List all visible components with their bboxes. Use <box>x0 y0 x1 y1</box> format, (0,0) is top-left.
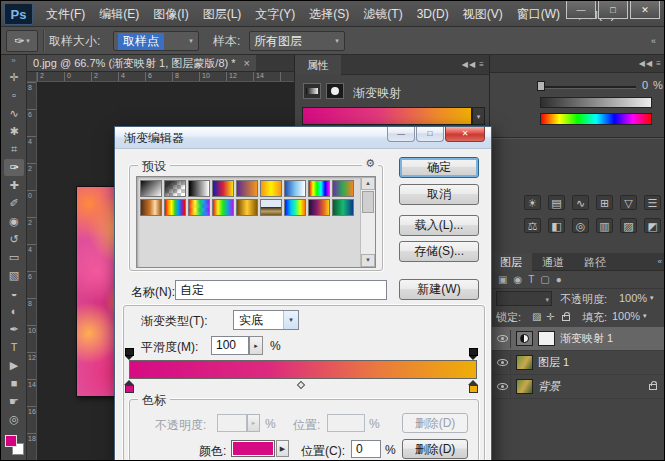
gradient-preset-black-white[interactable] <box>188 180 210 197</box>
layer-filter-icon-4[interactable]: ● <box>556 272 562 288</box>
shape-tool[interactable]: ■ <box>4 375 24 392</box>
scroll-up-icon[interactable]: ▲ <box>361 177 375 190</box>
maximize-button[interactable]: □ <box>598 1 628 19</box>
gradient-preset-foreground-to-background[interactable] <box>140 180 162 197</box>
active-tool-chip[interactable]: ✑ ▾ <box>6 30 38 52</box>
eraser-tool[interactable]: ▭ <box>4 249 24 266</box>
menu-item-5[interactable]: 选择(S) <box>302 1 356 27</box>
adjustment-icon-0-5[interactable]: ☰ <box>644 195 661 210</box>
type-tool[interactable]: T <box>4 339 24 356</box>
foreground-color-swatch[interactable] <box>5 435 17 447</box>
gradient-preset-chrome[interactable] <box>260 199 282 216</box>
adjustment-icon-0-4[interactable]: ▽ <box>620 195 637 210</box>
delete-color-stop-button[interactable]: 删除(D) <box>402 439 468 459</box>
gradient-preset-blue-red-yellow[interactable] <box>212 180 234 197</box>
dialog-close-button[interactable]: ✕ <box>445 127 485 142</box>
color-stop-right[interactable] <box>468 380 479 393</box>
gradient-preset-spectrum[interactable] <box>308 180 330 197</box>
scroll-down-icon[interactable]: ▼ <box>361 254 375 267</box>
layer-name[interactable]: 背景 <box>538 379 560 394</box>
collapse-panels-icon[interactable]: « <box>651 27 656 55</box>
gradient-picker-dropdown-icon[interactable]: ▾ <box>472 107 485 125</box>
opacity-value[interactable]: 100% <box>619 292 647 304</box>
adjustment-icon-1-2[interactable]: ◎ <box>572 218 589 233</box>
adjustment-icon-1-5[interactable]: ◩ <box>644 218 661 233</box>
clone-stamp-tool[interactable]: ◉ <box>4 213 24 230</box>
gradient-preview-bar[interactable] <box>129 360 477 379</box>
toolbar-expand-icon[interactable]: » <box>1 55 26 67</box>
menu-item-8[interactable]: 视图(V) <box>456 1 510 27</box>
hand-tool[interactable]: ☛ <box>4 393 24 410</box>
layer-row-gradient-map[interactable]: 渐变映射 1 <box>490 327 665 351</box>
name-input[interactable]: 自定 <box>175 280 387 300</box>
gradient-preset-transparent-rainbow[interactable] <box>188 199 210 216</box>
dialog-minimize-button[interactable]: — <box>387 127 415 142</box>
zoom-tool[interactable]: ◎ <box>4 411 24 428</box>
panel-menu-icon[interactable]: ≡ <box>479 60 485 69</box>
load-button[interactable]: 载入(L)... <box>399 215 479 236</box>
gradient-preset-dark-violet-orange[interactable] <box>308 199 330 216</box>
gradient-preset-violet-orange[interactable] <box>236 180 258 197</box>
marquee-tool[interactable]: ▫ <box>4 87 24 104</box>
gradient-type-dropdown[interactable]: 实底 ▾ <box>233 310 299 330</box>
gradient-preset-rainbow[interactable] <box>164 199 186 216</box>
adjustment-icon-1-3[interactable]: ▥ <box>596 218 613 233</box>
layer-thumbnail[interactable] <box>516 355 533 370</box>
layer-name[interactable]: 图层 1 <box>538 355 569 370</box>
brush-tool[interactable]: ✐ <box>4 195 24 212</box>
gradient-preset-violet-green-orange[interactable] <box>332 180 354 197</box>
layer-filter-icon-1[interactable]: ◉ <box>513 272 522 288</box>
fill-value[interactable]: 100% <box>612 310 640 322</box>
gradient-preset-foreground-to-transparent[interactable] <box>164 180 186 197</box>
menu-item-9[interactable]: 窗口(W) <box>510 1 567 27</box>
lock-transparency-icon[interactable]: ▨ <box>532 311 541 322</box>
close-button[interactable]: ✕ <box>630 1 660 19</box>
adjustment-icon-1-4[interactable]: ▨ <box>620 218 637 233</box>
scrollbar-thumb[interactable] <box>362 191 374 213</box>
layer-row-background[interactable]: 背景 <box>490 375 665 399</box>
collapse-panel-icon[interactable]: ◀◀ <box>639 59 653 68</box>
opacity-stop-left[interactable] <box>125 348 134 360</box>
adjustment-icon-1-1[interactable]: ◧ <box>548 218 565 233</box>
gear-icon[interactable]: ⚙ <box>362 157 378 170</box>
visibility-toggle[interactable] <box>495 354 511 372</box>
chevron-down-icon[interactable]: ▾ <box>643 312 647 320</box>
adjustment-layer-thumbnail[interactable] <box>516 331 533 346</box>
lock-position-icon[interactable]: ✛ <box>546 311 554 322</box>
ok-button[interactable]: 确定 <box>399 157 479 178</box>
dodge-tool[interactable]: ◐ <box>4 303 24 320</box>
magic-wand-tool[interactable]: ✱ <box>4 123 24 140</box>
menu-item-6[interactable]: 滤镜(T) <box>356 1 409 27</box>
history-brush-tool[interactable]: ↺ <box>4 231 24 248</box>
adjustment-icon-0-1[interactable]: ▤ <box>548 195 565 210</box>
adjustment-icon-1-0[interactable]: ⚖ <box>524 218 541 233</box>
menu-item-2[interactable]: 图像(I) <box>146 1 195 27</box>
move-tool[interactable]: ✛ <box>4 69 24 86</box>
ruler-v[interactable]: 8642024681012141618 <box>27 82 37 461</box>
menu-item-4[interactable]: 文字(Y) <box>248 1 302 27</box>
chevron-down-icon[interactable]: ▾ <box>650 294 654 302</box>
blur-tool[interactable]: ◒ <box>4 285 24 302</box>
minimize-button[interactable]: — <box>566 1 596 19</box>
blend-mode-dropdown[interactable]: ▾ <box>496 291 552 306</box>
color-position-input[interactable]: 0 <box>351 440 381 458</box>
new-button[interactable]: 新建(W) <box>399 279 479 300</box>
stop-color-swatch[interactable] <box>231 440 275 457</box>
crop-tool[interactable]: ⌗ <box>4 141 24 158</box>
healing-brush-tool[interactable]: ✚ <box>4 177 24 194</box>
color-stop-left[interactable] <box>124 380 135 393</box>
document-tab[interactable]: 0.jpg @ 66.7% (渐变映射 1, 图层蒙版/8) * × <box>27 55 256 72</box>
adjustment-icon-0-0[interactable]: ☀ <box>524 195 541 210</box>
layer-thumbnail[interactable] <box>516 379 533 394</box>
sample-dropdown[interactable]: 所有图层 ▾ <box>249 31 345 51</box>
gradient-tool[interactable]: ▧ <box>4 267 24 284</box>
menu-item-3[interactable]: 图层(L) <box>196 1 249 27</box>
dialog-maximize-button[interactable]: □ <box>416 127 444 142</box>
menu-item-1[interactable]: 编辑(E) <box>92 1 146 27</box>
eyedropper-tool[interactable]: ✑ <box>4 159 24 176</box>
color-flyout-icon[interactable]: ▶ <box>276 440 289 457</box>
color-slider-track[interactable] <box>540 86 636 88</box>
visibility-toggle[interactable] <box>495 378 511 396</box>
layer-name[interactable]: 渐变映射 1 <box>560 331 613 346</box>
gradient-preset-gold[interactable] <box>236 199 258 216</box>
